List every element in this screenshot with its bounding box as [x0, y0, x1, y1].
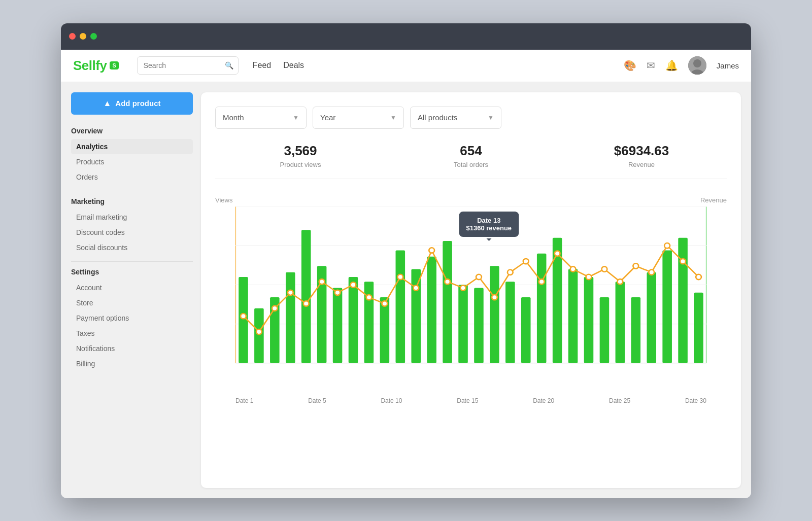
- revenue-label: Revenue: [556, 161, 727, 168]
- x-label-30: Date 30: [685, 397, 706, 404]
- year-filter[interactable]: Year ▼: [313, 107, 404, 129]
- svg-point-42: [272, 305, 278, 310]
- close-dot[interactable]: [69, 33, 76, 40]
- sidebar-item-analytics[interactable]: Analytics: [71, 139, 193, 154]
- svg-point-66: [649, 269, 654, 274]
- svg-rect-31: [568, 269, 578, 363]
- svg-point-44: [303, 301, 309, 306]
- x-label-1: Date 1: [235, 397, 253, 404]
- svg-rect-17: [349, 276, 358, 363]
- sidebar: ▲ Add product Overview Analytics Product…: [71, 92, 193, 488]
- svg-point-45: [319, 279, 325, 284]
- maximize-dot[interactable]: [90, 33, 97, 40]
- settings-title: Settings: [71, 268, 193, 276]
- sidebar-item-products[interactable]: Products: [71, 154, 193, 169]
- sidebar-item-store[interactable]: Store: [71, 295, 193, 310]
- main-layout: ▲ Add product Overview Analytics Product…: [61, 82, 751, 498]
- svg-point-40: [241, 314, 246, 319]
- svg-rect-25: [474, 288, 484, 363]
- add-product-label: Add product: [115, 99, 160, 108]
- search-wrap: 🔍: [137, 56, 239, 75]
- svg-point-63: [602, 266, 607, 271]
- avatar[interactable]: [688, 56, 706, 75]
- sidebar-item-billing[interactable]: Billing: [71, 356, 193, 371]
- svg-point-41: [256, 329, 262, 334]
- stat-orders: 654 Total orders: [386, 143, 556, 168]
- svg-point-64: [617, 279, 623, 284]
- sidebar-item-taxes[interactable]: Taxes: [71, 326, 193, 341]
- svg-point-52: [429, 248, 434, 253]
- views-label: Product views: [215, 161, 386, 168]
- nav-links: Feed Deals: [253, 61, 304, 70]
- x-label-15: Date 15: [457, 397, 478, 404]
- svg-rect-29: [537, 253, 547, 363]
- sidebar-item-notifications[interactable]: Notifications: [71, 341, 193, 356]
- sidebar-item-email-marketing[interactable]: Email marketing: [71, 210, 193, 225]
- svg-rect-36: [647, 272, 656, 363]
- minimize-dot[interactable]: [80, 33, 86, 40]
- sidebar-item-payment-options[interactable]: Payment options: [71, 310, 193, 326]
- svg-rect-32: [584, 276, 594, 363]
- svg-point-61: [570, 266, 576, 271]
- mail-icon[interactable]: ✉: [647, 59, 655, 72]
- svg-rect-16: [333, 288, 343, 363]
- nav-deals[interactable]: Deals: [283, 61, 304, 70]
- svg-point-67: [664, 243, 670, 248]
- svg-rect-11: [254, 308, 264, 363]
- svg-point-56: [492, 294, 497, 299]
- svg-point-50: [397, 274, 403, 279]
- chart-svg: [235, 206, 706, 384]
- chevron-down-icon: ▼: [488, 114, 494, 121]
- svg-rect-26: [490, 266, 499, 363]
- svg-point-65: [633, 263, 638, 268]
- add-product-button[interactable]: ▲ Add product: [71, 92, 193, 115]
- svg-rect-27: [505, 282, 515, 363]
- sidebar-item-discount-codes[interactable]: Discount codes: [71, 225, 193, 240]
- orders-label: Total orders: [386, 161, 556, 168]
- search-input[interactable]: [137, 56, 239, 75]
- sidebar-item-account[interactable]: Account: [71, 280, 193, 295]
- app-window: Sellfy S 🔍 Feed Deals 🎨 ✉ 🔔 James: [61, 23, 751, 498]
- sidebar-item-social-discounts[interactable]: Social discounts: [71, 240, 193, 255]
- content-panel: Month ▼ Year ▼ All products ▼ 3,569 Prod…: [201, 92, 741, 488]
- logo: Sellfy S: [73, 58, 119, 74]
- svg-point-57: [507, 269, 513, 274]
- username: James: [717, 61, 739, 70]
- svg-rect-37: [662, 250, 672, 363]
- svg-point-1: [693, 59, 701, 67]
- svg-rect-19: [380, 297, 390, 363]
- svg-point-54: [460, 285, 466, 290]
- nav-right: 🎨 ✉ 🔔 James: [624, 56, 739, 75]
- x-label-25: Date 25: [609, 397, 630, 404]
- x-label-20: Date 20: [533, 397, 554, 404]
- overview-title: Overview: [71, 127, 193, 135]
- svg-point-46: [335, 290, 341, 295]
- y-axis-label-left: Views: [215, 196, 232, 204]
- titlebar: [61, 23, 751, 50]
- palette-icon[interactable]: 🎨: [624, 59, 636, 72]
- chart-svg-wrap: [235, 206, 706, 384]
- svg-point-68: [680, 258, 686, 263]
- svg-rect-14: [301, 230, 311, 363]
- svg-rect-39: [694, 292, 703, 363]
- svg-point-58: [523, 258, 529, 263]
- svg-point-62: [586, 274, 592, 279]
- nav-feed[interactable]: Feed: [253, 61, 271, 70]
- svg-point-48: [366, 294, 372, 299]
- products-filter[interactable]: All products ▼: [410, 107, 501, 129]
- logo-text: Sellfy: [73, 58, 107, 74]
- year-label: Year: [320, 113, 335, 122]
- orders-value: 654: [386, 143, 556, 159]
- upload-icon: ▲: [104, 99, 112, 108]
- month-filter[interactable]: Month ▼: [215, 107, 307, 129]
- sidebar-item-orders[interactable]: Orders: [71, 169, 193, 185]
- bell-icon[interactable]: 🔔: [665, 59, 678, 72]
- x-axis-labels: Date 1 Date 5 Date 10 Date 15 Date 20 Da…: [235, 397, 706, 404]
- svg-rect-21: [411, 269, 421, 363]
- svg-rect-33: [600, 297, 610, 363]
- svg-rect-34: [616, 282, 625, 363]
- svg-rect-23: [443, 240, 452, 363]
- products-label: All products: [418, 113, 457, 122]
- revenue-value: $6934.63: [556, 143, 727, 159]
- divider-1: [71, 191, 193, 191]
